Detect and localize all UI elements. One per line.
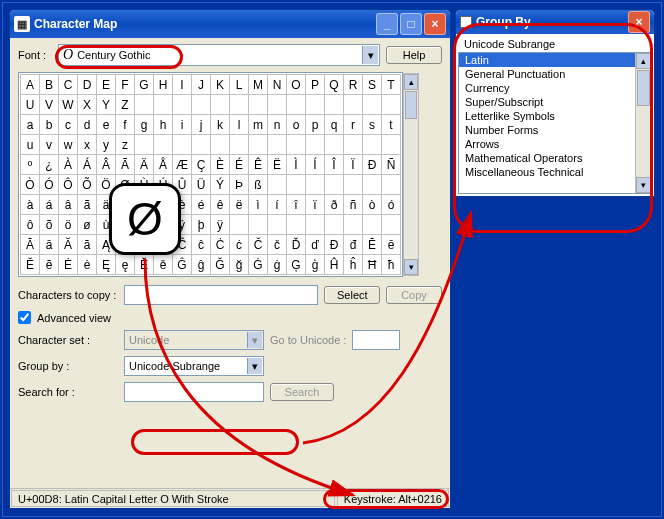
char-cell[interactable]: Æ [173,155,192,175]
char-cell[interactable]: B [40,75,59,95]
char-cell[interactable]: Ĥ [325,255,344,275]
char-cell[interactable]: í [268,195,287,215]
char-cell[interactable]: n [268,115,287,135]
char-cell[interactable]: z [116,135,135,155]
char-cell[interactable]: P [306,75,325,95]
minimize-button[interactable]: _ [376,13,398,35]
char-cell[interactable]: Č [249,235,268,255]
char-cell[interactable] [135,95,154,115]
char-cell[interactable]: ă [78,235,97,255]
char-cell[interactable]: ą [116,235,135,255]
popup-scroll-down[interactable]: ▾ [636,177,651,193]
char-cell[interactable]: a [21,115,40,135]
char-cell[interactable] [344,215,363,235]
char-cell[interactable] [268,215,287,235]
char-cell[interactable] [382,215,401,235]
char-cell[interactable] [287,95,306,115]
char-cell[interactable] [154,135,173,155]
char-cell[interactable]: û [135,215,154,235]
char-cell[interactable]: C [59,75,78,95]
char-cell[interactable]: ý [173,215,192,235]
char-cell[interactable]: Ě [135,255,154,275]
char-cell[interactable]: t [382,115,401,135]
char-cell[interactable]: ï [306,195,325,215]
char-cell[interactable]: ć [154,235,173,255]
char-cell[interactable]: K [211,75,230,95]
char-cell[interactable] [249,135,268,155]
char-cell[interactable]: Đ [325,235,344,255]
char-cell[interactable] [363,95,382,115]
char-cell[interactable] [135,135,154,155]
char-cell[interactable]: ê [211,195,230,215]
char-cell[interactable] [363,135,382,155]
char-cell[interactable]: ĉ [192,235,211,255]
char-cell[interactable]: Î [325,155,344,175]
chars-to-copy-input[interactable] [124,285,318,305]
char-cell[interactable]: É [230,155,249,175]
char-cell[interactable]: Ø [116,175,135,195]
char-cell[interactable]: þ [192,215,211,235]
character-grid[interactable]: ABCDEFGHIJKLMNOPQRSTUVWXYZabcdefghijklmn… [18,72,403,277]
popup-scroll-thumb[interactable] [637,70,650,106]
char-cell[interactable]: T [382,75,401,95]
char-cell[interactable] [173,135,192,155]
char-cell[interactable]: º [21,155,40,175]
char-cell[interactable]: Ù [135,175,154,195]
char-cell[interactable] [306,175,325,195]
scroll-down-button[interactable]: ▾ [404,259,418,275]
char-cell[interactable]: u [21,135,40,155]
char-cell[interactable] [249,215,268,235]
copy-button[interactable]: Copy [386,286,442,304]
char-cell[interactable] [268,95,287,115]
char-cell[interactable]: Í [306,155,325,175]
char-cell[interactable]: ë [230,195,249,215]
char-cell[interactable]: Ď [287,235,306,255]
search-button[interactable]: Search [270,383,334,401]
char-cell[interactable]: M [249,75,268,95]
subrange-item[interactable]: Miscellaneous Technical [459,165,635,179]
char-cell[interactable]: S [363,75,382,95]
font-combo[interactable]: O Century Gothic ▾ [58,44,380,66]
char-cell[interactable]: b [40,115,59,135]
char-cell[interactable]: j [192,115,211,135]
char-cell[interactable]: Ú [154,175,173,195]
char-cell[interactable]: ß [249,175,268,195]
char-cell[interactable] [306,135,325,155]
select-button[interactable]: Select [324,286,380,304]
char-cell[interactable]: Õ [78,175,97,195]
char-cell[interactable] [344,95,363,115]
char-cell[interactable]: Ģ [287,255,306,275]
char-cell[interactable]: Z [116,95,135,115]
char-cell[interactable] [211,95,230,115]
char-cell[interactable]: õ [40,215,59,235]
subrange-item[interactable]: Number Forms [459,123,635,137]
char-cell[interactable]: O [287,75,306,95]
char-cell[interactable] [268,175,287,195]
grid-scrollbar[interactable]: ▴ ▾ [403,73,419,276]
char-cell[interactable]: x [78,135,97,155]
char-cell[interactable]: Ö [97,175,116,195]
char-cell[interactable]: Ħ [363,255,382,275]
char-cell[interactable]: ė [78,255,97,275]
char-cell[interactable]: ę [116,255,135,275]
char-cell[interactable] [230,135,249,155]
char-cell[interactable]: l [230,115,249,135]
char-cell[interactable]: Ġ [249,255,268,275]
char-cell[interactable] [325,175,344,195]
char-cell[interactable]: W [59,95,78,115]
subrange-listbox[interactable]: LatinGeneral PunctuationCurrencySuper/Su… [458,52,652,194]
char-cell[interactable]: Ğ [211,255,230,275]
char-cell[interactable] [211,135,230,155]
char-cell[interactable]: L [230,75,249,95]
char-cell[interactable]: ì [249,195,268,215]
popup-scroll-up[interactable]: ▴ [636,53,651,69]
char-cell[interactable] [363,215,382,235]
char-cell[interactable]: ø [78,215,97,235]
char-cell[interactable]: Ò [21,175,40,195]
char-cell[interactable]: ã [78,195,97,215]
subrange-item[interactable]: Latin [459,53,635,67]
char-cell[interactable] [325,95,344,115]
char-cell[interactable]: ĥ [344,255,363,275]
char-cell[interactable]: Ė [59,255,78,275]
char-cell[interactable]: y [97,135,116,155]
